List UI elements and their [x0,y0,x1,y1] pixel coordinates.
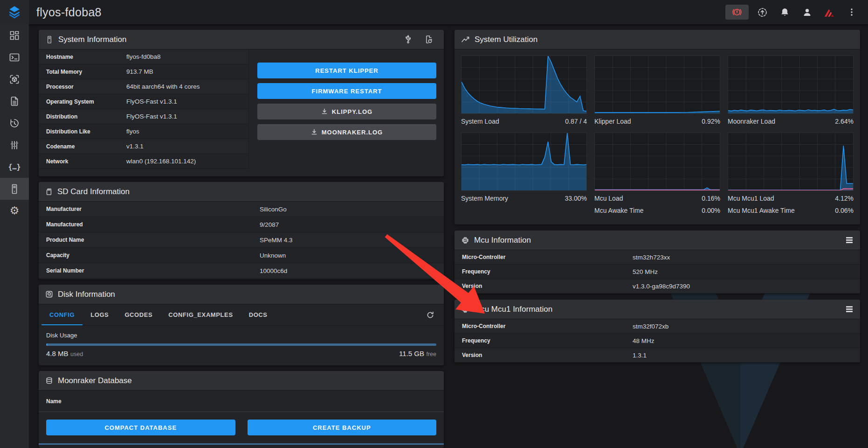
sd-card-header: SD Card Information [39,182,444,202]
tab-gcodes[interactable]: GCODES [117,304,160,325]
tab-config[interactable]: CONFIG [41,304,83,325]
update-icon [757,7,768,18]
stat-label: Mcu Mcu1 Awake Time [728,206,795,215]
row-value: 10000c6d [260,267,287,274]
overflow-menu-button[interactable] [843,4,861,20]
disk-usage-bar [46,343,436,346]
table-row: Frequency520 MHz [455,265,860,279]
row-label: Distribution [46,113,126,120]
reload-system-info-button[interactable] [422,34,434,46]
restart-klipper-button[interactable]: RESTART KLIPPER [257,63,436,78]
refresh-disk-button[interactable] [423,308,437,322]
moonraker-load-chart [728,56,854,114]
app-logo[interactable] [0,0,29,24]
usb-icon [404,35,412,44]
account-button[interactable] [798,4,816,20]
sidebar-item-tune[interactable] [0,134,29,156]
system-information-header: System Information [39,30,444,49]
stat-row: System Memory33.00% [461,194,587,203]
column-header-name: Name [46,398,62,405]
stat-row: Moonraker Load2.64% [728,117,854,126]
row-value: flyos-fd0ba8 [126,53,161,60]
row-value: v1.3.1 [126,143,144,150]
chart-line-icon [461,35,470,43]
sidebar-item-config-editor[interactable]: {…} [0,156,29,178]
firmware-restart-button[interactable]: FIRMWARE RESTART [257,83,436,99]
file-icon [9,96,20,107]
tab-logs[interactable]: LOGS [83,304,117,325]
compact-database-button[interactable]: COMPACT DATABASE [46,420,235,435]
button-label: CREATE BACKUP [313,424,371,431]
history-icon [9,118,20,129]
machine-page: flyos-fdoba8 [0,0,868,448]
panel-title: Mcu Information [474,236,531,245]
tab-label: CONFIG [49,311,75,318]
disk-free-suffix: free [426,351,436,357]
chart-cell-mcu-load: Mcu Load0.16% Mcu Awake Time0.00% [594,133,720,215]
moonraker-log-button[interactable]: MOONRAKER.LOG [257,124,436,140]
stat-value: 0.00% [702,206,720,215]
sidebar-item-gcode-preview[interactable] [0,68,29,90]
usb-devices-button[interactable] [402,34,414,46]
sidebar-item-machine[interactable] [0,178,29,200]
stat-row: Klipper Load0.92% [594,117,720,126]
topbar: flyos-fdoba8 [0,0,868,24]
stat-label: Mcu Load [594,194,623,203]
system-action-buttons: RESTART KLIPPER FIRMWARE RESTART KLIPPY.… [249,49,444,169]
sidebar-item-history[interactable] [0,112,29,134]
row-value: SPeMM 4.3 [260,237,293,244]
stat-value: 0.06% [835,206,854,215]
mcu1-menu-button[interactable] [845,304,854,314]
emergency-stop-button[interactable] [725,5,749,20]
fly-brand-button[interactable] [820,4,838,20]
disk-used-value: 4.8 MB [46,350,69,357]
tab-label: DOCS [249,311,268,318]
chart-cell-system-load: System Load0.87 / 4 [461,56,587,126]
tab-config-examples[interactable]: CONFIG_EXAMPLES [160,304,241,325]
stat-value: 4.12% [835,194,854,203]
stat-row: Mcu Mcu1 Awake Time0.06% [728,206,854,215]
disk-body: Disk Usage 4.8 MB used 11.5 GB free [39,326,444,358]
stat-label: Mcu Awake Time [594,206,644,215]
row-value: stm32f072xb [633,323,668,330]
row-label: Hostname [46,54,126,60]
cube-scan-icon [9,74,20,85]
row-value: FlyOS-Fast v1.3.1 [126,98,177,105]
stat-row: System Load0.87 / 4 [461,117,587,126]
row-label: Micro-Controller [462,254,633,260]
sidebar-item-files[interactable] [0,90,29,112]
system-information-table: Hostnameflyos-fd0ba8 Total Memory913.7 M… [39,49,249,169]
mcu-menu-button[interactable] [845,235,854,245]
refresh-icon [426,311,434,319]
klipper-load-chart [594,56,720,114]
tab-label: LOGS [90,311,109,318]
stat-value: 0.16% [702,194,720,203]
system-information-body: Hostnameflyos-fd0ba8 Total Memory913.7 M… [39,49,444,169]
sidebar-item-settings[interactable]: ⚙ [0,200,29,222]
klippy-log-button[interactable]: KLIPPY.LOG [257,104,436,119]
disk-usage-fill [46,343,48,346]
sidebar-item-dashboard[interactable] [0,24,29,46]
account-icon [802,7,813,18]
create-backup-button[interactable]: CREATE BACKUP [248,420,437,435]
row-label: Operating System [46,98,126,105]
row-label: Frequency [462,337,633,344]
stat-row: Mcu Awake Time0.00% [594,206,720,215]
row-value: 1.3.1 [633,352,647,359]
tab-docs[interactable]: DOCS [241,304,276,325]
row-value: stm32h723xx [633,254,670,261]
panel-title: Moonraker Database [58,376,132,385]
chart-cell-klipper-load: Klipper Load0.92% [594,56,720,126]
row-label: Serial Number [46,267,260,274]
row-label: Frequency [462,268,633,275]
row-value: 48 MHz [633,337,654,344]
sidebar-item-console[interactable] [0,46,29,68]
row-label: Processor [46,84,126,90]
update-button[interactable] [753,4,771,20]
mcu-mcu1-load-chart [728,133,854,191]
system-information-panel: System Information [39,30,444,176]
layers-logo-icon [7,5,21,19]
page-title: flyos-fdoba8 [36,6,102,19]
bell-icon [779,7,790,18]
notifications-button[interactable] [776,4,793,20]
